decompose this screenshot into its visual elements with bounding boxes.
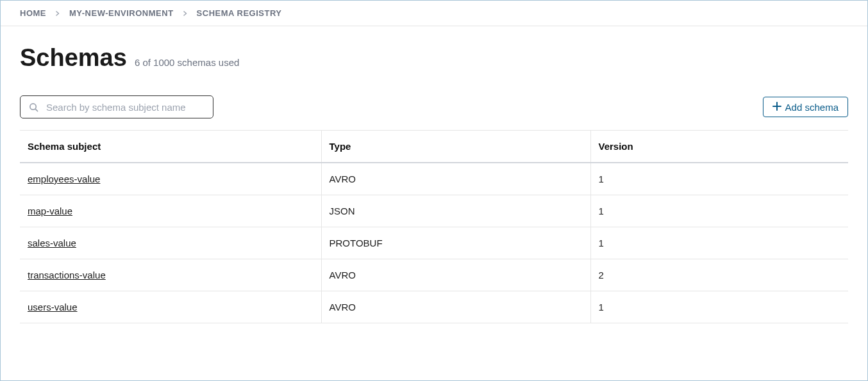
breadcrumb-home[interactable]: HOME	[20, 8, 46, 18]
cell-type: AVRO	[321, 163, 590, 195]
cell-version: 1	[590, 195, 848, 227]
schema-table: Schema subject Type Version employees-va…	[20, 130, 848, 323]
page-subtitle: 6 of 1000 schemas used	[135, 57, 239, 68]
breadcrumb-schema-registry[interactable]: SCHEMA REGISTRY	[197, 8, 282, 18]
table-row: users-value AVRO 1	[20, 291, 848, 323]
col-header-version[interactable]: Version	[590, 131, 848, 163]
page-title: Schemas	[20, 45, 127, 70]
subject-link[interactable]: sales-value	[28, 238, 76, 248]
page-frame: HOME MY-NEW-ENVIRONMENT SCHEMA REGISTRY …	[0, 0, 868, 381]
cell-type: PROTOBUF	[321, 227, 590, 259]
table-row: employees-value AVRO 1	[20, 163, 848, 195]
search-wrapper	[20, 95, 213, 118]
cell-type: AVRO	[321, 291, 590, 323]
cell-version: 1	[590, 291, 848, 323]
cell-version: 1	[590, 227, 848, 259]
breadcrumb: HOME MY-NEW-ENVIRONMENT SCHEMA REGISTRY	[1, 1, 867, 26]
add-schema-button[interactable]: Add schema	[763, 97, 848, 117]
col-header-subject[interactable]: Schema subject	[20, 131, 321, 163]
table-row: transactions-value AVRO 2	[20, 259, 848, 291]
cell-version: 2	[590, 259, 848, 291]
plus-icon	[772, 102, 781, 113]
chevron-right-icon	[183, 11, 188, 16]
cell-type: JSON	[321, 195, 590, 227]
chevron-right-icon	[55, 11, 60, 16]
subject-link[interactable]: transactions-value	[28, 270, 106, 280]
table-row: sales-value PROTOBUF 1	[20, 227, 848, 259]
cell-version: 1	[590, 163, 848, 195]
page-header: Schemas 6 of 1000 schemas used	[20, 45, 848, 70]
search-input[interactable]	[20, 95, 213, 118]
subject-link[interactable]: users-value	[28, 302, 78, 312]
table-row: map-value JSON 1	[20, 195, 848, 227]
add-schema-label: Add schema	[785, 102, 839, 113]
cell-type: AVRO	[321, 259, 590, 291]
col-header-type[interactable]: Type	[321, 131, 590, 163]
toolbar: Add schema	[20, 95, 848, 118]
subject-link[interactable]: map-value	[28, 206, 72, 216]
subject-link[interactable]: employees-value	[28, 174, 100, 184]
breadcrumb-environment[interactable]: MY-NEW-ENVIRONMENT	[69, 8, 174, 18]
content-area: Schemas 6 of 1000 schemas used	[1, 26, 867, 380]
